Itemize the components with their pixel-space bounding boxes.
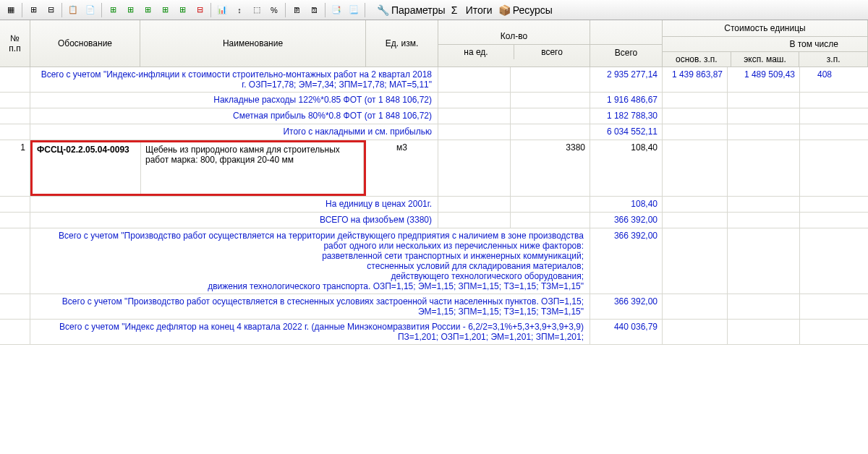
tb-btn-del[interactable]: ⊟	[192, 2, 208, 18]
tb-btn-add1[interactable]: ⊞	[105, 2, 121, 18]
col-qty[interactable]: Кол-во на ед. всего	[438, 20, 590, 67]
highlighted-cells: ФССЦ-02.2.05.04-0093 Щебень из природног…	[30, 140, 366, 196]
col-unit[interactable]: Ед. изм.	[366, 20, 438, 67]
panel-resources[interactable]: 📦 Ресурсы	[498, 4, 553, 16]
table-row[interactable]: Всего с учетом "Индекс дефлятор на конец…	[0, 320, 868, 345]
col-osn[interactable]: основ. з.п.	[663, 52, 731, 67]
toolbar-separator	[61, 3, 62, 17]
col-unit-cost[interactable]: Стоимость единицы В том числе основ. з.п…	[663, 20, 868, 67]
panel-params[interactable]: 🔧 Параметры	[377, 4, 446, 16]
params-icon: 🔧	[377, 4, 388, 16]
toolbar-separator	[285, 3, 286, 17]
tb-btn-2[interactable]: ⊞	[25, 2, 41, 18]
col-num[interactable]: № п.п	[0, 20, 30, 67]
toolbar-separator	[325, 3, 326, 17]
tb-btn-add2[interactable]: ⊞	[122, 2, 138, 18]
tb-btn-12[interactable]: 📑	[328, 2, 344, 18]
col-basis[interactable]: Обоснование	[30, 20, 140, 67]
toolbar: ▦ ⊞ ⊟ 📋 📄 ⊞ ⊞ ⊞ ⊞ ⊞ ⊟ 📊 ↕ ⬚ % 🖹 🖺 📑 📃 🔧 …	[0, 0, 868, 20]
table-row[interactable]: Накладные расходы 122%*0.85 ФОТ (от 1 84…	[0, 93, 868, 108]
tb-btn-13[interactable]: 📃	[346, 2, 362, 18]
tb-btn-add4[interactable]: ⊞	[157, 2, 173, 18]
params-label: Параметры	[391, 4, 446, 16]
toolbar-separator	[365, 3, 365, 17]
table-row[interactable]: ВСЕГО на физобъем (3380) 366 392,00	[0, 213, 868, 228]
tb-btn-6[interactable]: 📊	[214, 2, 230, 18]
tb-btn-10[interactable]: 🖹	[289, 2, 305, 18]
table-row[interactable]: Всего с учетом "Индекс-инфляции к стоимо…	[0, 67, 868, 93]
table-row[interactable]: На единицу в ценах 2001г. 108,40	[0, 197, 868, 213]
tb-btn-4[interactable]: 📋	[65, 2, 81, 18]
col-total[interactable]: Всего	[590, 20, 663, 67]
totals-icon: Σ	[451, 4, 463, 16]
tb-btn-9[interactable]: %	[266, 2, 282, 18]
tb-btn-5[interactable]: 📄	[82, 2, 98, 18]
panel-totals[interactable]: Σ Итоги	[451, 4, 493, 16]
table-row[interactable]: Всего с учетом "Производство работ осуще…	[0, 294, 868, 320]
resources-icon: 📦	[498, 4, 510, 16]
toolbar-separator	[22, 3, 22, 17]
table-row[interactable]: Итого с накладными и см. прибылью 6 034 …	[0, 124, 868, 140]
tb-btn-11[interactable]: 🖺	[306, 2, 322, 18]
header-row-1: № п.п Обоснование Наименование Ед. изм. …	[0, 20, 868, 67]
toolbar-separator	[101, 3, 102, 17]
col-zp[interactable]: з.п.	[799, 52, 867, 67]
tb-btn-8[interactable]: ⬚	[249, 2, 265, 18]
col-qty-unit[interactable]: на ед.	[438, 45, 514, 59]
col-eksp[interactable]: эксп. маш.	[731, 52, 800, 67]
tb-btn-7[interactable]: ↕	[231, 2, 247, 18]
col-name[interactable]: Наименование	[140, 20, 366, 67]
tb-btn-3[interactable]: ⊟	[43, 2, 59, 18]
table-row[interactable]: Всего с учетом "Производство работ осуще…	[0, 228, 868, 294]
table-row-highlighted[interactable]: 1 ФССЦ-02.2.05.04-0093 Щебень из природн…	[0, 140, 868, 197]
tb-btn-add3[interactable]: ⊞	[140, 2, 156, 18]
tb-btn-add5[interactable]: ⊞	[174, 2, 190, 18]
totals-label: Итоги	[466, 4, 493, 16]
col-qty-total[interactable]: всего	[514, 45, 590, 59]
tb-btn-1[interactable]: ▦	[3, 2, 19, 18]
table-row[interactable]: Сметная прибыль 80%*0.8 ФОТ (от 1 848 10…	[0, 108, 868, 124]
data-grid: № п.п Обоснование Наименование Ед. изм. …	[0, 20, 868, 345]
resources-label: Ресурсы	[513, 4, 553, 16]
toolbar-separator	[210, 3, 211, 17]
